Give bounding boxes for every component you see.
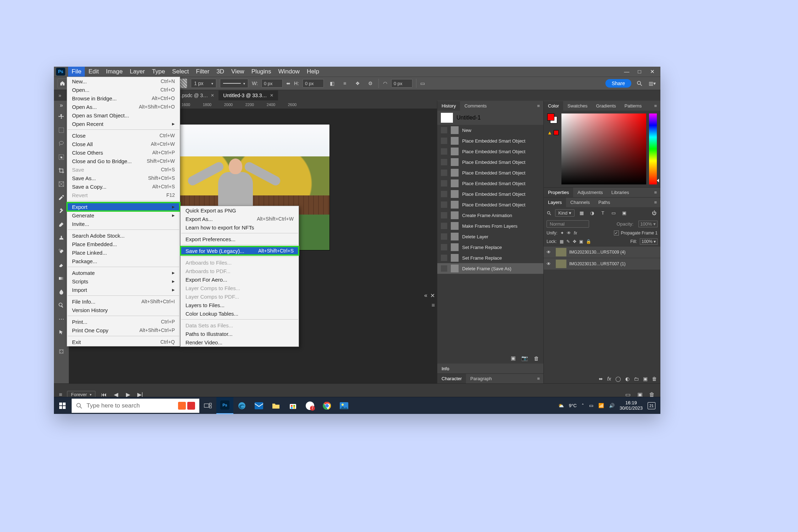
lock-brush-icon[interactable]: ✎ <box>566 239 570 244</box>
fill-field[interactable]: 100% ▾ <box>640 238 658 245</box>
volume-icon[interactable]: 🔊 <box>609 403 615 408</box>
taskbar-app-red[interactable]: 7 <box>301 397 318 414</box>
opacity-field[interactable]: 100% ▾ <box>638 221 658 227</box>
menu-item[interactable]: Print...Ctrl+P <box>67 317 180 326</box>
tab-paths[interactable]: Paths <box>594 198 614 207</box>
wifi-icon[interactable]: 📶 <box>598 403 604 408</box>
menu-item[interactable]: Save a Copy...Alt+Ctrl+S <box>67 182 180 191</box>
stroke-width-dropdown[interactable]: 1 px▾ <box>191 79 216 88</box>
eraser-tool-icon[interactable] <box>56 260 67 270</box>
visibility-icon[interactable]: 👁 <box>547 261 553 266</box>
menu-type[interactable]: Type <box>148 67 168 77</box>
tab-patterns[interactable]: Patterns <box>620 101 646 111</box>
tab-channels[interactable]: Channels <box>566 198 594 207</box>
menu-item[interactable]: Automate▸ <box>67 268 180 277</box>
filter-adjust-icon[interactable]: ◑ <box>589 210 596 217</box>
minimize-icon[interactable]: — <box>624 68 630 75</box>
history-step[interactable]: Place Embedded Smart Object <box>437 135 543 146</box>
battery-icon[interactable]: ▭ <box>589 403 593 408</box>
history-step[interactable]: Place Embedded Smart Object <box>437 157 543 167</box>
history-step[interactable]: Set Frame Replace <box>437 253 543 263</box>
menu-item[interactable]: Save for Web (Legacy)...Alt+Shift+Ctrl+S <box>181 246 299 255</box>
brush-tool-icon[interactable] <box>56 219 67 230</box>
blend-mode-dropdown[interactable]: Normal <box>547 220 589 228</box>
share-button[interactable]: Share <box>605 79 631 88</box>
history-step[interactable]: Set Frame Replace <box>437 242 543 253</box>
gear-icon[interactable]: ⚙ <box>366 79 375 88</box>
menu-item[interactable]: Close OthersAlt+Ctrl+P <box>67 148 180 157</box>
menu-edit[interactable]: Edit <box>85 67 102 77</box>
menu-item[interactable]: CloseCtrl+W <box>67 131 180 140</box>
object-selection-tool-icon[interactable] <box>56 152 67 162</box>
menu-item[interactable]: Print One CopyAlt+Shift+Ctrl+P <box>67 326 180 334</box>
panel-menu-icon[interactable]: ≡ <box>533 376 543 381</box>
tray-chevron-icon[interactable]: ˄ <box>582 403 584 408</box>
weather-icon[interactable]: ⛅ <box>558 403 564 408</box>
menu-item[interactable]: ExitCtrl+Q <box>67 338 180 346</box>
menu-plugins[interactable]: Plugins <box>248 67 275 77</box>
menu-item[interactable]: Color Lookup Tables... <box>181 309 299 318</box>
menu-item[interactable]: File Info...Alt+Shift+Ctrl+I <box>67 297 180 306</box>
stroke-style-dropdown[interactable]: ▾ <box>220 79 248 88</box>
marquee-tool-icon[interactable] <box>56 125 67 135</box>
menu-item[interactable]: Save As...Shift+Ctrl+S <box>67 174 180 182</box>
workspace-switcher-icon[interactable]: ▥▾ <box>648 79 657 88</box>
clone-stamp-tool-icon[interactable] <box>56 233 67 243</box>
task-view-icon[interactable] <box>199 397 216 414</box>
layer-mask-icon[interactable]: ◯ <box>615 376 621 382</box>
group-icon[interactable]: 🗀 <box>634 376 639 382</box>
history-step[interactable]: Delete Frame (Save As) <box>437 263 543 274</box>
menu-item[interactable]: Layers to Files... <box>181 301 299 309</box>
tab-color[interactable]: Color <box>544 101 563 111</box>
filter-shape-icon[interactable]: ▭ <box>610 210 617 217</box>
eyedropper-tool-icon[interactable] <box>56 192 67 203</box>
tab-comments[interactable]: Comments <box>460 101 491 111</box>
close-panel-icon[interactable]: ✕ <box>430 292 435 299</box>
expand-docktabs-icon[interactable]: » <box>54 93 66 98</box>
info-panel-tab[interactable]: Info <box>437 364 543 373</box>
link-layers-icon[interactable]: ⬌ <box>599 376 603 382</box>
tab-adjustments[interactable]: Adjustments <box>573 188 607 197</box>
tab-paragraph[interactable]: Paragraph <box>466 374 496 383</box>
menu-layer[interactable]: Layer <box>126 67 149 77</box>
menu-item[interactable]: Export▸ <box>67 203 180 211</box>
document-tab[interactable]: Untitled-3 @ 33.3…✕ <box>219 90 278 100</box>
menu-item[interactable]: Generate▸ <box>67 211 180 220</box>
menu-select[interactable]: Select <box>168 67 192 77</box>
notifications-icon[interactable]: 21 <box>648 402 655 409</box>
filter-pixel-icon[interactable]: ▦ <box>578 210 585 217</box>
link-wh-icon[interactable]: ⬌ <box>286 81 290 86</box>
frame-tool-icon[interactable] <box>56 179 67 189</box>
close-icon[interactable]: ✕ <box>649 68 655 75</box>
panel-menu-icon[interactable]: ≡ <box>650 190 660 195</box>
menu-item[interactable]: Version History <box>67 306 180 314</box>
menu-item[interactable]: Open As...Alt+Shift+Ctrl+O <box>67 102 180 111</box>
panel-menu-icon[interactable]: ≡ <box>650 200 660 205</box>
collapse-panel-icon[interactable]: « <box>424 292 427 299</box>
path-selection-tool-icon[interactable] <box>56 327 67 338</box>
history-step[interactable]: New <box>437 125 543 135</box>
filter-toggle-icon[interactable]: ⏻ <box>650 210 658 217</box>
edit-toolbar-icon[interactable] <box>56 346 67 357</box>
fg-bg-swatch[interactable] <box>547 113 557 123</box>
menu-item[interactable]: Package... <box>67 257 180 265</box>
sv-picker[interactable] <box>561 113 646 184</box>
healing-brush-tool-icon[interactable] <box>56 206 67 216</box>
taskbar-mail[interactable] <box>250 397 267 414</box>
new-layer-icon[interactable]: ▣ <box>643 376 648 382</box>
menu-item[interactable]: Import▸ <box>67 286 180 294</box>
lock-pixels-icon[interactable]: ▦ <box>560 239 564 244</box>
radius-field[interactable] <box>391 79 412 88</box>
filter-type-icon[interactable]: T <box>599 210 606 217</box>
camera-icon[interactable]: 📷 <box>521 355 528 361</box>
start-button[interactable] <box>54 397 71 414</box>
panel-menu-icon[interactable]: ≡ <box>432 302 435 309</box>
menu-item[interactable]: Export Preferences... <box>181 235 299 243</box>
lock-all-icon[interactable]: 🔒 <box>586 239 591 244</box>
hue-slider[interactable] <box>649 113 657 184</box>
expand-tools-icon[interactable]: » <box>56 102 67 109</box>
tab-properties[interactable]: Properties <box>544 188 573 197</box>
lasso-tool-icon[interactable] <box>56 138 67 149</box>
history-step[interactable]: Make Frames From Layers <box>437 221 543 231</box>
menu-item[interactable]: Export As...Alt+Shift+Ctrl+W <box>181 215 299 223</box>
